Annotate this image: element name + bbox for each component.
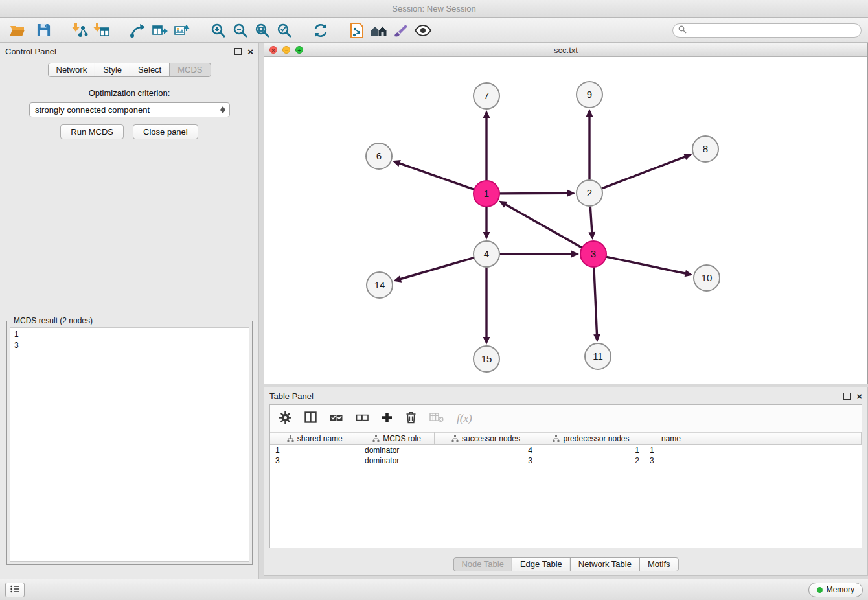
run-mcds-button[interactable]: Run MCDS [60,124,124,139]
float-table-panel-icon[interactable] [843,393,851,400]
network-canvas[interactable]: 7968124314101511 [265,58,868,384]
share-network-button[interactable] [127,21,149,40]
network-edge-2-3[interactable] [590,207,591,232]
search-input[interactable] [691,26,856,35]
cell-name[interactable]: 3 [645,456,698,466]
unselect-all-button[interactable] [356,412,369,425]
float-panel-icon[interactable] [234,48,242,55]
mcds-result-list[interactable]: 1 3 [10,327,249,562]
network-node-9[interactable]: 9 [577,82,602,108]
tab-node-table[interactable]: Node Table [453,557,512,571]
window-minimize-icon[interactable]: − [282,46,290,54]
column-header-shared-name[interactable]: shared name [270,433,360,445]
tab-select[interactable]: Select [130,63,170,77]
network-edge-3-10[interactable] [607,257,685,273]
cell-successor-nodes[interactable]: 4 [434,445,538,456]
network-node-1[interactable]: 1 [474,181,499,207]
style-brush-button[interactable] [390,21,412,40]
export-table-button[interactable] [149,21,171,40]
save-session-button[interactable] [32,21,54,40]
network-node-10[interactable]: 10 [694,265,720,291]
tab-mcds[interactable]: MCDS [169,63,211,77]
tab-network[interactable]: Network [47,63,95,77]
function-builder-button[interactable]: f(x) [457,412,472,425]
edge-arrowhead-icon [683,154,692,160]
network-node-8[interactable]: 8 [692,136,718,162]
save-icon [36,23,51,38]
network-edge-1-2[interactable] [500,193,567,194]
close-table-panel-icon[interactable]: × [856,393,862,400]
open-session-button[interactable] [6,21,29,40]
network-edge-3-11[interactable] [594,268,597,334]
export-image-button[interactable] [171,21,193,40]
network-edge-2-8[interactable] [602,157,685,188]
column-header-mcds-role[interactable]: MCDS role [360,433,434,445]
tab-network-table[interactable]: Network Table [570,557,640,571]
delete-table-button[interactable] [429,412,444,424]
zoom-in-button[interactable] [207,21,229,40]
svg-text:8: 8 [703,143,708,154]
network-node-4[interactable]: 4 [474,241,499,267]
table-row[interactable]: 3 dominator 3 2 3 [270,456,862,466]
cell-mcds-role[interactable]: dominator [360,445,434,456]
network-edge-1-6[interactable] [400,163,474,189]
refresh-button[interactable] [310,21,332,40]
column-header-successor-nodes[interactable]: successor nodes [434,433,538,445]
import-table-button[interactable] [91,21,113,40]
network-node-2[interactable]: 2 [577,180,602,206]
cell-shared-name[interactable]: 3 [270,456,360,466]
network-edge-4-14[interactable] [401,258,474,279]
network-node-11[interactable]: 11 [585,343,611,369]
window-zoom-icon[interactable]: + [295,46,303,54]
column-header-name[interactable]: name [645,433,698,445]
cell-shared-name[interactable]: 1 [270,445,360,456]
cell-successor-nodes[interactable]: 3 [434,456,538,466]
svg-text:9: 9 [587,89,592,100]
zoom-fit-button[interactable] [251,21,273,40]
fx-icon: f(x) [457,412,472,425]
result-item[interactable]: 3 [10,340,249,351]
table-row[interactable]: 1 dominator 4 1 1 [270,445,862,456]
tab-edge-table[interactable]: Edge Table [512,557,571,571]
table-settings-button[interactable] [279,411,291,426]
show-panels-button[interactable] [5,583,25,597]
result-item[interactable]: 1 [10,329,249,340]
network-node-14[interactable]: 14 [367,272,393,298]
import-network-button[interactable] [69,21,91,40]
show-graphics-button[interactable] [412,21,434,40]
memory-button[interactable]: Memory [808,583,863,597]
select-all-button[interactable] [330,412,343,425]
cell-name[interactable]: 1 [645,445,698,456]
add-column-button[interactable] [382,412,393,425]
network-node-6[interactable]: 6 [366,143,392,169]
table-box: f(x) shared name MCDS role successor nod… [269,404,862,548]
close-panel-icon[interactable]: × [247,48,253,55]
svg-text:1: 1 [484,188,489,199]
mcds-result-group: MCDS result (2 nodes) 1 3 [6,321,253,565]
tab-motifs[interactable]: Motifs [639,557,679,571]
search-icon [678,25,687,36]
first-neighbors-icon [370,23,388,38]
svg-text:7: 7 [484,90,489,101]
search-field[interactable] [672,23,862,38]
control-panel-tabs: Network Style Select MCDS [47,63,211,77]
network-from-file-button[interactable] [346,21,368,40]
close-panel-button[interactable]: Close panel [133,124,198,139]
tab-style[interactable]: Style [95,63,130,77]
network-window-titlebar[interactable]: × − + scc.txt [264,43,867,57]
network-node-3[interactable]: 3 [580,241,606,267]
show-columns-button[interactable] [304,411,317,425]
network-edge-3-1[interactable] [506,205,582,248]
delete-column-button[interactable] [405,411,417,426]
zoom-selected-button[interactable] [273,21,295,40]
first-neighbors-button[interactable] [368,21,390,40]
criterion-dropdown[interactable]: strongly connected component [29,102,230,117]
zoom-out-button[interactable] [229,21,251,40]
cell-mcds-role[interactable]: dominator [360,456,434,466]
cell-predecessor-nodes[interactable]: 1 [538,445,645,456]
network-node-15[interactable]: 15 [474,346,499,372]
network-node-7[interactable]: 7 [474,83,499,109]
column-header-predecessor-nodes[interactable]: predecessor nodes [538,433,645,445]
cell-predecessor-nodes[interactable]: 2 [538,456,645,466]
window-close-icon[interactable]: × [269,46,277,54]
